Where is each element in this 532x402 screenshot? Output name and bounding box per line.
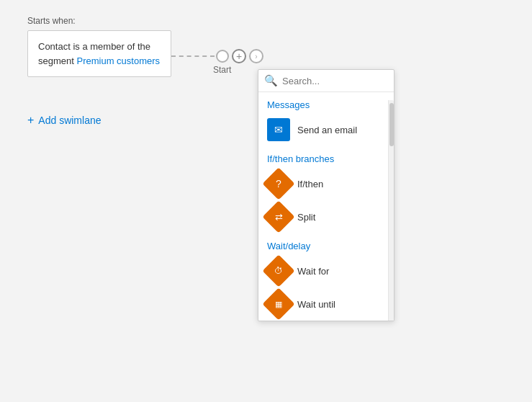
send-email-icon: ✉: [267, 118, 290, 141]
search-row: 🔍: [258, 70, 394, 92]
section-wait-label: Wait/delay: [258, 233, 394, 254]
split-item[interactable]: ⇄ Split: [258, 200, 394, 233]
action-dropdown-panel: 🔍 Messages ✉ Send an email If/then branc…: [258, 69, 395, 321]
starts-when-label: Starts when:: [27, 16, 76, 26]
section-messages-label: Messages: [258, 92, 394, 113]
canvas: Starts when: Contact is a member of the …: [0, 0, 532, 402]
split-label: Split: [297, 212, 315, 223]
wait-until-item[interactable]: ▦ Wait until: [258, 287, 394, 321]
if-then-label: If/then: [297, 179, 323, 189]
split-icon-char: ⇄: [275, 212, 283, 223]
section-ifthen-label: If/then branches: [258, 146, 394, 167]
send-email-item[interactable]: ✉ Send an email: [258, 113, 394, 146]
panel-scroll-area[interactable]: Messages ✉ Send an email If/then branche…: [258, 92, 394, 321]
add-swimlane-button[interactable]: + Add swimlane: [27, 114, 102, 127]
segment-link[interactable]: Premium customers: [76, 55, 160, 66]
dashed-line: [171, 55, 215, 57]
wait-until-icon: ▦: [262, 287, 294, 320]
plus-icon: +: [27, 114, 34, 127]
search-icon: 🔍: [264, 74, 278, 87]
send-email-label: Send an email: [297, 125, 357, 135]
scrollbar-thumb: [389, 103, 394, 146]
wait-for-item[interactable]: ⏱ Wait for: [258, 254, 394, 287]
if-then-icon-char: ?: [276, 178, 281, 189]
split-icon: ⇄: [262, 200, 294, 233]
add-swimlane-label: Add swimlane: [38, 115, 101, 126]
connector-plus[interactable]: +: [232, 49, 246, 63]
connector-area: + ›: [171, 49, 265, 63]
wait-until-label: Wait until: [297, 299, 335, 310]
connector-node-1: [216, 50, 229, 63]
if-then-item[interactable]: ? If/then: [258, 167, 394, 200]
search-input[interactable]: [282, 76, 388, 86]
wait-until-icon-char: ▦: [275, 300, 282, 309]
wait-for-icon-char: ⏱: [274, 266, 283, 276]
wait-for-label: Wait for: [297, 266, 329, 277]
scrollbar-track: [388, 100, 394, 321]
connector-arrow: ›: [249, 49, 263, 63]
email-icon-char: ✉: [274, 124, 283, 135]
if-then-icon: ?: [262, 167, 294, 200]
wait-for-icon: ⏱: [262, 254, 294, 287]
trigger-box: Contact is a member of the segment Premi…: [27, 30, 171, 77]
start-label: Start: [213, 65, 231, 75]
